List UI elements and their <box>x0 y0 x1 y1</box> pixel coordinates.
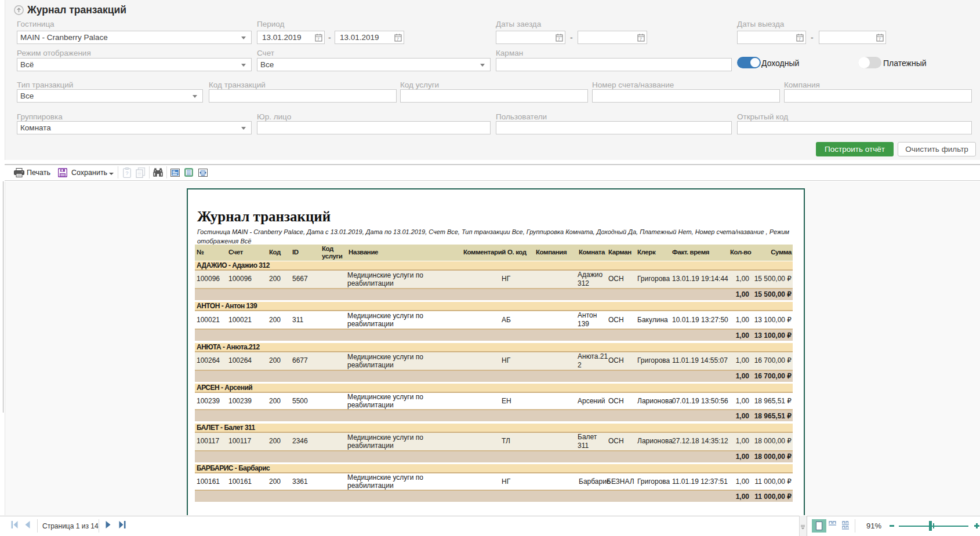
svg-text:7: 7 <box>640 37 642 41</box>
svg-text:7: 7 <box>317 37 320 41</box>
svg-text:7: 7 <box>558 37 560 41</box>
svg-text:7: 7 <box>798 37 801 41</box>
svg-text:7: 7 <box>879 37 881 41</box>
svg-text:7: 7 <box>397 37 399 41</box>
svg-text:?: ? <box>126 170 129 176</box>
